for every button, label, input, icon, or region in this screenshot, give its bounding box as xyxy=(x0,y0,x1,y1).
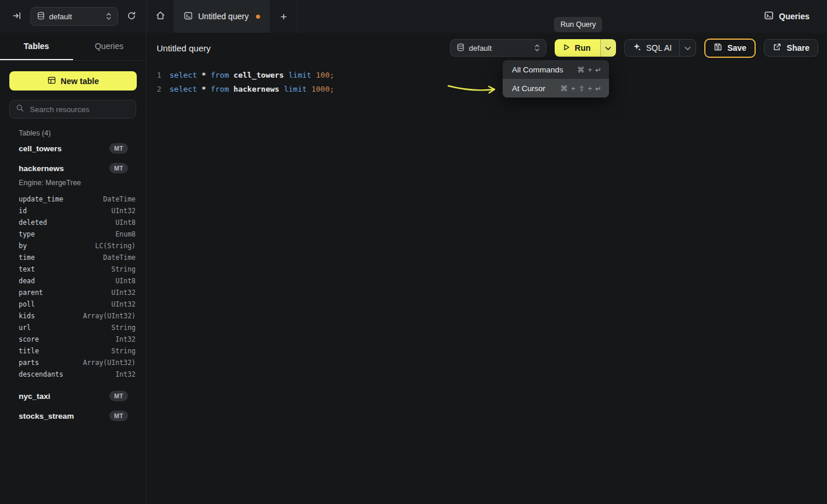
menu-item-all-commands[interactable]: All Commands ⌘ + ↵ xyxy=(503,60,609,79)
editor-lines: 1select * from cell_towers limit 100;2se… xyxy=(146,68,827,96)
share-button-label: Share xyxy=(787,43,809,53)
column-name: deleted xyxy=(19,218,47,227)
column-row[interactable]: idUInt32 xyxy=(0,205,146,217)
main-content: Untitled query default xyxy=(146,33,827,504)
table-row-cell-towers[interactable]: cell_towers MT xyxy=(0,140,146,157)
column-row[interactable]: titleString xyxy=(0,345,146,357)
share-icon xyxy=(773,43,781,53)
column-row[interactable]: kidsArray(UInt32) xyxy=(0,310,146,322)
column-list: update_timeDateTimeidUInt32deletedUInt8t… xyxy=(0,193,146,380)
queries-icon xyxy=(764,11,774,22)
table-name: stocks_stream xyxy=(19,412,74,420)
sql-ai-button[interactable]: SQL AI xyxy=(624,39,697,57)
code-text: select * from cell_towers limit 100; xyxy=(169,71,334,79)
column-name: id xyxy=(19,207,27,215)
unsaved-changes-dot xyxy=(256,15,260,19)
run-button[interactable]: Run xyxy=(555,39,600,57)
engine-badge: MT xyxy=(109,391,128,401)
chevron-down-icon xyxy=(684,43,691,53)
search-input[interactable] xyxy=(29,105,130,114)
refresh-icon xyxy=(127,11,136,22)
code-text: select * from hackernews limit 1000; xyxy=(169,85,334,93)
run-options-menu: All Commands ⌘ + ↵ At Cursor ⌘ + ⇧ + ↵ xyxy=(503,60,609,98)
table-row-stocks-stream[interactable]: stocks_stream MT xyxy=(0,407,146,425)
home-icon xyxy=(155,11,165,22)
column-row[interactable]: update_timeDateTime xyxy=(0,193,146,205)
column-name: score xyxy=(19,335,39,343)
new-tab-button[interactable]: + xyxy=(270,0,297,33)
run-split-button: Run xyxy=(555,39,615,57)
tab-untitled-query[interactable]: Untitled query xyxy=(174,0,270,33)
tables-section-title: Tables (4) xyxy=(19,129,136,137)
column-row[interactable]: pollUInt32 xyxy=(0,298,146,310)
query-database-selector[interactable]: default xyxy=(450,39,546,57)
column-row[interactable]: timeDateTime xyxy=(0,252,146,263)
share-button[interactable]: Share xyxy=(764,39,818,57)
table-name: hackernews xyxy=(19,164,64,173)
save-button[interactable]: Save xyxy=(704,39,756,58)
column-row[interactable]: urlString xyxy=(0,322,146,333)
queries-button[interactable]: Queries xyxy=(760,10,813,23)
column-row[interactable]: descendantsInt32 xyxy=(0,369,146,380)
column-name: url xyxy=(19,324,31,332)
column-name: title xyxy=(19,347,39,355)
sidebar-tabs: Tables Queries xyxy=(0,33,146,61)
collapse-sidebar-button[interactable] xyxy=(9,9,25,24)
chevron-down-icon xyxy=(605,44,611,53)
column-name: time xyxy=(19,253,35,262)
menu-item-shortcut: ⌘ + ⇧ + ↵ xyxy=(560,84,602,93)
new-table-button[interactable]: New table xyxy=(9,71,137,91)
sidebar-tab-tables[interactable]: Tables xyxy=(0,33,73,60)
column-type: String xyxy=(111,265,136,273)
topbar: default Untitled query xyxy=(0,0,827,33)
run-options-caret[interactable] xyxy=(600,39,616,57)
topbar-right: Queries xyxy=(760,10,827,23)
chevron-updown-icon xyxy=(106,12,112,20)
menu-item-at-cursor[interactable]: At Cursor ⌘ + ⇧ + ↵ xyxy=(503,79,609,98)
plus-icon: + xyxy=(281,11,287,22)
column-row[interactable]: scoreInt32 xyxy=(0,333,146,345)
column-type: Int32 xyxy=(115,370,136,378)
line-number: 2 xyxy=(146,85,161,93)
sql-editor[interactable]: 1select * from cell_towers limit 100;2se… xyxy=(146,63,827,96)
column-row[interactable]: byLC(String) xyxy=(0,240,146,252)
table-engine-label: Engine: MergeTree xyxy=(0,177,146,189)
save-icon xyxy=(714,43,722,53)
sidebar-tab-queries[interactable]: Queries xyxy=(73,33,146,60)
code-line: 2select * from hackernews limit 1000; xyxy=(146,82,827,96)
column-name: by xyxy=(19,242,27,250)
query-header: Untitled query default xyxy=(146,33,827,63)
refresh-button[interactable] xyxy=(124,9,139,24)
column-type: DateTime xyxy=(103,253,136,262)
topbar-database-selector[interactable]: default xyxy=(30,7,118,26)
tab-home[interactable] xyxy=(147,0,174,33)
column-row[interactable]: partsArray(UInt32) xyxy=(0,357,146,369)
column-name: descendants xyxy=(19,370,63,378)
column-name: text xyxy=(19,265,35,273)
table-grid-icon xyxy=(47,76,56,86)
column-type: Array(UInt32) xyxy=(83,359,136,367)
column-name: parts xyxy=(19,359,39,367)
sidebar: Tables Queries New table Tables (4) cell… xyxy=(0,33,146,504)
column-row[interactable]: textString xyxy=(0,263,146,275)
engine-badge: MT xyxy=(109,143,128,154)
menu-item-label: All Commands xyxy=(512,65,563,74)
column-type: Array(UInt32) xyxy=(83,312,136,320)
code-line: 1select * from cell_towers limit 100; xyxy=(146,68,827,82)
column-row[interactable]: typeEnum8 xyxy=(0,228,146,240)
table-row-hackernews[interactable]: hackernews MT xyxy=(0,159,146,177)
column-row[interactable]: deletedUInt8 xyxy=(0,217,146,228)
sql-ai-main: SQL AI xyxy=(625,40,680,56)
column-name: kids xyxy=(19,312,35,320)
column-type: Enum8 xyxy=(115,230,136,238)
query-tabs: Untitled query + xyxy=(146,0,297,33)
sql-ai-caret[interactable] xyxy=(679,40,695,56)
column-row[interactable]: parentUInt32 xyxy=(0,287,146,298)
column-name: poll xyxy=(19,300,35,308)
table-row-nyc-taxi[interactable]: nyc_taxi MT xyxy=(0,387,146,405)
app-root: default Untitled query xyxy=(0,0,827,504)
sparkle-icon xyxy=(632,43,641,53)
column-row[interactable]: deadUInt8 xyxy=(0,275,146,287)
topbar-database-value: default xyxy=(49,12,72,21)
menu-item-label: At Cursor xyxy=(512,84,545,93)
